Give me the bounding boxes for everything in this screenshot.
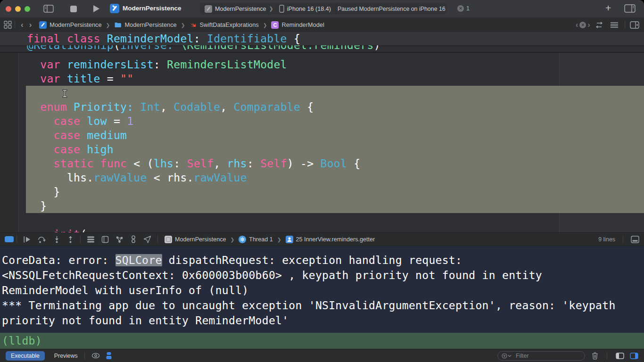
console-line: CoreData: error: SQLCore dispatchRequest… xyxy=(2,253,644,268)
breadcrumb-item[interactable]: SwiftDataExplorations xyxy=(199,21,258,28)
code-line[interactable]: enum Priority: Int, Codable, Comparable … xyxy=(0,100,644,114)
breadcrumb-item[interactable]: ModernPersistence xyxy=(50,21,101,28)
code-line[interactable]: case medium xyxy=(0,128,644,142)
step-into-button[interactable] xyxy=(53,236,60,243)
chevron-right-icon: ❯ xyxy=(229,237,236,242)
debug-breadcrumb: ModernPersistence ❯ Thread 1 ❯ 25 InnerV… xyxy=(165,236,375,243)
trash-icon[interactable] xyxy=(592,352,598,360)
text-cursor-icon xyxy=(62,89,68,98)
code-lines[interactable]: var remindersList: RemindersListModel va… xyxy=(0,58,644,232)
next-issue-button[interactable]: › xyxy=(586,21,592,29)
project-app-icon xyxy=(110,4,119,13)
console-line: priority not found in entity ReminderMod… xyxy=(2,313,644,328)
divider xyxy=(625,21,625,28)
minimize-window-button[interactable] xyxy=(15,6,21,12)
divider xyxy=(15,21,15,28)
toggle-console-pane-button[interactable] xyxy=(630,353,638,359)
code-line[interactable] xyxy=(0,213,644,227)
previous-issue-button[interactable]: ‹ xyxy=(574,21,580,29)
code-line[interactable]: var title = "" xyxy=(0,72,644,86)
lldb-prompt: (lldb) xyxy=(0,335,42,347)
run-destination-selector[interactable]: iPhone 16 (18.4) xyxy=(278,3,336,15)
tab-previews[interactable]: Previews xyxy=(54,353,78,359)
new-tab-button[interactable]: + xyxy=(605,2,611,14)
breadcrumb-item[interactable]: ModernPersistence xyxy=(124,21,176,28)
debug-view-hierarchy-button[interactable] xyxy=(87,236,95,243)
clipped-code-line[interactable]: @Relationship(inverse: \RemindersListMod… xyxy=(0,45,644,52)
toggle-variables-pane-button[interactable] xyxy=(616,353,624,359)
code-line[interactable]: case high xyxy=(0,142,644,156)
debug-crumb-thread[interactable]: Thread 1 xyxy=(249,236,272,243)
issue-badge-icon[interactable]: ✕ xyxy=(579,22,586,28)
window-title: ModernPersistence xyxy=(123,5,182,12)
debug-crumb-frame[interactable]: 25 InnerView.reminders.getter xyxy=(296,236,375,243)
continue-execution-button[interactable] xyxy=(23,236,31,243)
project-icon xyxy=(39,21,47,29)
status-text: Paused ModernPersistence on iPhone 16 xyxy=(338,6,446,12)
destination-name: iPhone 16 (18.4) xyxy=(287,6,331,12)
code-line[interactable]: } xyxy=(0,199,644,213)
source-editor[interactable]: final class ReminderModel: Identifiable … xyxy=(0,32,644,232)
console-filter-field[interactable] xyxy=(497,351,585,361)
debug-crumb-process[interactable]: ModernPersistence xyxy=(175,236,226,243)
code-line[interactable]: static func < (lhs: Self, rhs: Self) -> … xyxy=(0,156,644,171)
lldb-prompt-row[interactable]: (lldb) xyxy=(0,333,644,349)
scheme-status-group: ModernPersistence ❯ iPhone 16 (18.4) Pau… xyxy=(200,3,447,15)
environment-overrides-button[interactable] xyxy=(130,235,137,243)
related-items-button[interactable] xyxy=(4,21,12,29)
debug-memory-graph-button[interactable] xyxy=(101,236,109,243)
chevron-right-icon: ❯ xyxy=(105,22,112,28)
code-line[interactable]: lhs.rawValue < rhs.rawValue xyxy=(0,171,644,185)
title-bar: ModernPersistence ModernPersistence ❯ iP… xyxy=(0,0,644,18)
zoom-window-button[interactable] xyxy=(25,6,30,12)
adjust-editor-options-button[interactable] xyxy=(610,22,619,28)
activity-status[interactable]: Paused ModernPersistence on iPhone 16 xyxy=(336,3,447,15)
variables-view-toggle[interactable] xyxy=(106,352,112,360)
toggle-console-button[interactable] xyxy=(631,236,639,243)
filter-icon xyxy=(502,353,512,359)
debug-console[interactable]: CoreData: error: SQLCore dispatchRequest… xyxy=(0,246,644,349)
step-out-button[interactable] xyxy=(67,236,74,243)
chevron-right-icon: ❯ xyxy=(276,237,283,242)
toggle-left-sidebar-button[interactable] xyxy=(43,5,54,13)
go-forward-button[interactable]: › xyxy=(26,21,35,29)
tab-executable[interactable]: Executable xyxy=(6,351,45,361)
go-back-button[interactable]: ‹ xyxy=(18,21,26,29)
app-icon xyxy=(165,236,172,243)
object-graph-button[interactable] xyxy=(116,236,124,243)
code-line[interactable]: case low = 1 xyxy=(0,114,644,128)
iphone-icon xyxy=(279,5,284,13)
console-line: <NSSQLFetchRequestContext: 0x600003b00b6… xyxy=(2,268,644,283)
scheme-selector[interactable]: ModernPersistence ❯ xyxy=(200,3,278,15)
error-indicator[interactable]: ✕ 1 xyxy=(457,5,470,12)
stack-frame-icon xyxy=(286,236,293,243)
close-window-button[interactable] xyxy=(6,6,11,12)
folder-icon xyxy=(114,21,122,29)
error-badge-icon: ✕ xyxy=(457,5,464,12)
debug-area-bottom-bar: Executable Previews xyxy=(0,349,644,362)
eye-icon[interactable] xyxy=(91,353,100,359)
simulate-location-button[interactable] xyxy=(143,236,151,243)
console-line: ReminderModel with userInfo of (null) xyxy=(2,283,644,298)
divider xyxy=(157,236,158,243)
code-line[interactable]: var remindersList: RemindersListModel xyxy=(0,58,644,72)
step-over-button[interactable] xyxy=(38,236,47,243)
breadcrumb-item[interactable]: ReminderModel xyxy=(281,21,324,28)
scheme-name: ModernPersistence xyxy=(215,6,266,12)
code-line[interactable]: } xyxy=(0,185,644,199)
toggle-right-inspector-button[interactable] xyxy=(624,4,636,13)
sticky-scope-header[interactable]: final class ReminderModel: Identifiable … xyxy=(0,32,644,45)
console-line: *** Terminating app due to uncaught exce… xyxy=(2,298,644,313)
add-editor-button[interactable] xyxy=(630,21,639,29)
divider xyxy=(84,352,85,359)
filter-input[interactable] xyxy=(515,352,569,360)
thread-icon xyxy=(239,236,246,243)
divider xyxy=(17,236,17,243)
sticky-header-separator xyxy=(0,52,644,53)
stop-button[interactable] xyxy=(70,6,77,12)
code-review-button[interactable] xyxy=(595,22,603,28)
code-line[interactable] xyxy=(0,86,644,100)
breakpoints-toggle-button[interactable] xyxy=(5,236,14,242)
run-button[interactable] xyxy=(93,5,100,13)
code-line[interactable]: init( xyxy=(0,227,644,232)
